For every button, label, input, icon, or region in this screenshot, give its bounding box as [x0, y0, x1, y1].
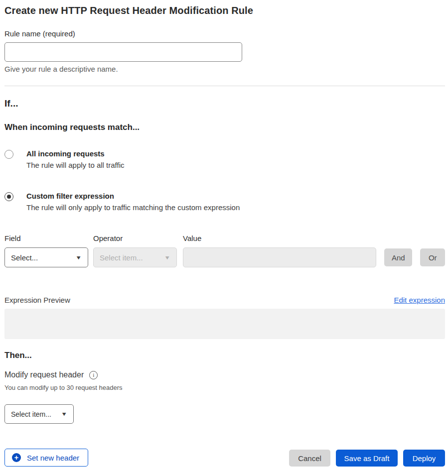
if-heading: If... [4, 98, 445, 109]
radio-label-custom-expression[interactable]: Custom filter expression [26, 192, 240, 200]
radio-desc-all-requests: The rule will apply to all traffic [26, 161, 124, 169]
operator-select: Select item... ▼ [93, 247, 177, 267]
or-button[interactable]: Or [420, 248, 445, 266]
rule-name-input[interactable] [4, 42, 242, 62]
cancel-button[interactable]: Cancel [289, 450, 330, 467]
value-label: Value [183, 234, 376, 242]
save-as-draft-button[interactable]: Save as Draft [336, 450, 398, 467]
field-select-value: Select... [11, 253, 38, 262]
modify-help-text: You can modify up to 30 request headers [4, 384, 445, 391]
footer-actions: Cancel Save as Draft Deploy [289, 450, 445, 467]
radio-option-all-requests[interactable]: All incoming requests The rule will appl… [4, 149, 445, 169]
and-button[interactable]: And [384, 248, 412, 266]
page-title: Create new HTTP Request Header Modificat… [4, 5, 445, 16]
section-divider [4, 86, 445, 86]
modify-request-header-label: Modify request header [4, 370, 84, 379]
plus-icon: + [12, 453, 21, 462]
operator-select-value: Select item... [100, 253, 143, 262]
edit-expression-link[interactable]: Edit expression [394, 296, 445, 304]
rule-name-label: Rule name (required) [4, 29, 445, 38]
value-input [183, 247, 376, 267]
expression-builder-row: Field Select... ▼ Operator Select item..… [4, 234, 445, 267]
field-label: Field [4, 234, 88, 242]
rule-name-help: Give your rule a descriptive name. [4, 65, 445, 73]
radio-option-custom-expression[interactable]: Custom filter expression The rule will o… [4, 192, 445, 212]
set-new-header-button[interactable]: + Set new header [4, 449, 88, 467]
expression-preview-label: Expression Preview [4, 296, 70, 304]
chevron-down-icon: ▼ [75, 255, 82, 260]
expression-preview-box [4, 309, 445, 339]
set-new-header-label: Set new header [27, 454, 79, 462]
header-action-select[interactable]: Select item... ▼ [4, 404, 74, 424]
expression-preview-header: Expression Preview Edit expression [4, 296, 445, 304]
then-heading: Then... [4, 351, 445, 360]
deploy-button[interactable]: Deploy [403, 450, 445, 467]
chevron-down-icon: ▼ [61, 411, 67, 416]
info-icon[interactable]: i [89, 371, 98, 379]
header-action-select-value: Select item... [11, 410, 51, 418]
radio-button-selected[interactable] [4, 192, 13, 201]
radio-desc-custom-expression: The rule will only apply to traffic matc… [26, 203, 240, 212]
radio-button-unselected[interactable] [4, 150, 13, 159]
create-rule-form: Create new HTTP Request Header Modificat… [0, 0, 448, 476]
field-select[interactable]: Select... ▼ [4, 247, 88, 267]
radio-label-all-requests[interactable]: All incoming requests [26, 149, 124, 158]
match-subheading: When incoming requests match... [4, 122, 445, 132]
operator-label: Operator [93, 234, 177, 242]
chevron-down-icon: ▼ [164, 255, 170, 260]
